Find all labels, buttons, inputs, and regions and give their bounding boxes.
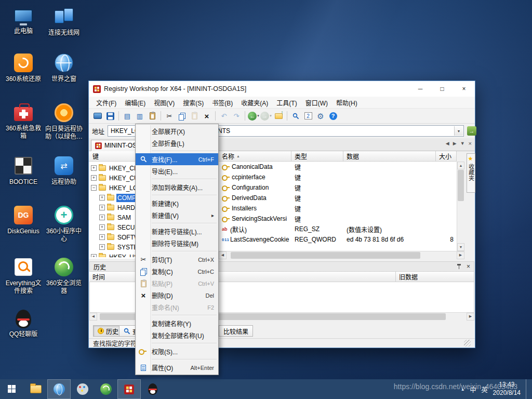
view-clipboard-button[interactable]	[146, 110, 158, 122]
history-close-icon[interactable]: ×	[467, 263, 470, 270]
menubar-item[interactable]: 收藏夹(A)	[237, 97, 272, 108]
expander-icon[interactable]: +	[99, 244, 105, 250]
back-button[interactable]: ←▾	[247, 110, 260, 122]
taskbar-app-world-window[interactable]	[47, 379, 71, 399]
view-tree-button[interactable]: ▤	[121, 110, 134, 122]
find-button[interactable]	[289, 110, 302, 122]
context-menu-item[interactable]: 复制键名称(Y)	[136, 317, 218, 329]
menubar-item[interactable]: 工具(T)	[272, 97, 301, 108]
menubar-item[interactable]: 窗口(W)	[301, 97, 332, 108]
expander-icon[interactable]: +	[99, 234, 105, 240]
bottom-tab-2[interactable]: 比较结果	[219, 325, 253, 337]
desktop-icon-browser-360[interactable]: 360安全浏览器	[44, 256, 84, 295]
desktop-icon-qq[interactable]: QQ轻聊版	[3, 308, 44, 338]
column-header-1[interactable]: 类型	[291, 151, 343, 162]
compare-button[interactable]: 2	[302, 110, 314, 122]
taskbar-app-registry-workshop[interactable]	[117, 379, 141, 399]
context-menu-item[interactable]: 新建键(K)	[136, 197, 218, 209]
pin-icon[interactable]	[457, 264, 461, 270]
context-menu-item[interactable]: ✂剪切(T)Ctrl+X	[136, 254, 218, 265]
scroll-left-icon[interactable]: ◀	[89, 313, 97, 321]
context-menu-item[interactable]: 全部折叠(L)	[136, 137, 218, 149]
expander-icon[interactable]: +	[99, 195, 105, 201]
scroll-right-icon[interactable]: ▶	[467, 313, 474, 321]
context-menu-item[interactable]: 权限(S)...	[136, 345, 218, 357]
desktop-icon-sunflower[interactable]: 向日葵远程协助（以绿色…	[44, 102, 84, 141]
window-titlebar[interactable]: Registry Workshop for X64 - [MININT-OSDG…	[89, 81, 475, 97]
forward-button[interactable]: →▾	[260, 110, 272, 122]
desktop-icon-this-pc[interactable]: 此电脑	[3, 5, 44, 35]
show-desktop-button[interactable]	[526, 379, 529, 399]
expander-icon[interactable]: −	[91, 185, 97, 191]
menubar-item[interactable]: 编辑(E)	[121, 97, 150, 108]
expander-icon[interactable]: +	[99, 205, 105, 210]
context-menu-item[interactable]: 属性(O)Alt+Enter	[136, 362, 218, 374]
expander-icon[interactable]: +	[91, 175, 97, 181]
desktop-icon-diskgenius[interactable]: DGDiskGenius	[3, 204, 44, 235]
menubar-item[interactable]: 帮助(H)	[332, 97, 362, 108]
redo-button[interactable]: ↷	[230, 110, 243, 122]
tab-scroll-left-icon[interactable]: ◀	[446, 141, 449, 146]
undo-button[interactable]: ↶	[218, 110, 230, 122]
resize-grip[interactable]	[464, 340, 471, 347]
scrollbar-thumb[interactable]	[231, 252, 420, 259]
scroll-down-icon[interactable]: ▼	[457, 243, 464, 251]
copy-button[interactable]	[176, 110, 188, 122]
context-menu-item[interactable]: ×删除(D)Del	[136, 289, 218, 301]
value-list-row[interactable]: Installers键	[219, 203, 457, 214]
paste-button[interactable]	[188, 110, 201, 122]
column-header-3[interactable]: 大小	[436, 151, 457, 162]
context-menu-item[interactable]: 复制(C)Ctrl+C	[136, 265, 218, 277]
context-menu-item[interactable]: 添加到收藏夹(A)...	[136, 181, 218, 193]
context-menu-item[interactable]: 删除符号链接(M)	[136, 237, 218, 249]
context-menu-item[interactable]: 复制全部键名称(U)	[136, 329, 218, 341]
scroll-left-icon[interactable]: ◀	[219, 251, 227, 259]
minimize-button[interactable]: ─	[409, 81, 431, 97]
tab-scroll-right-icon[interactable]: ▶	[453, 141, 457, 146]
taskbar-app-browser-360[interactable]	[94, 379, 117, 399]
value-list-row[interactable]: ccpinterface键	[219, 172, 457, 182]
start-button[interactable]	[0, 379, 24, 399]
desktop-icon-everything[interactable]: Everything文件搜索	[3, 256, 44, 295]
context-menu-item[interactable]: 全部展开(X)	[136, 125, 218, 137]
desktop-icon-world-window[interactable]: 世界之窗	[44, 52, 84, 83]
desktop-icon-bootice[interactable]: BOOTICE	[3, 155, 44, 186]
context-menu-item[interactable]: 重命名(N)F2	[136, 301, 218, 313]
expander-icon[interactable]: +	[91, 254, 97, 257]
menubar-item[interactable]: 书签(B)	[208, 97, 237, 108]
menubar-item[interactable]: 视图(V)	[150, 97, 179, 108]
desktop-icon-firstaid-360[interactable]: 360系统急救箱	[3, 102, 44, 140]
menubar-item[interactable]: 文件(F)	[92, 97, 121, 108]
go-button[interactable]: →	[467, 126, 476, 136]
column-header-2[interactable]: 数据	[343, 151, 436, 162]
context-menu-item[interactable]: 导出(E)...	[136, 165, 218, 177]
context-menu-item[interactable]: 新建值(V)▸	[136, 209, 218, 221]
list-vertical-scrollbar[interactable]: ▲ ▼	[457, 162, 464, 251]
view-list-button[interactable]: ▥	[134, 110, 146, 122]
history-column-olddata[interactable]: 旧数据	[396, 272, 474, 282]
value-list-row[interactable]: ab(默认)REG_SZ(数值未设置)	[219, 224, 457, 234]
list-horizontal-scrollbar[interactable]: ◀ ▶	[219, 251, 464, 259]
cut-button[interactable]: ✂	[163, 110, 176, 122]
value-list-row[interactable]: CanonicalData键	[219, 162, 457, 172]
desktop-icon-wireless[interactable]: 连接无线网	[44, 5, 84, 37]
tab-list-icon[interactable]: ▼	[460, 141, 465, 146]
taskbar-app-explorer[interactable]	[24, 379, 47, 399]
save-button[interactable]	[104, 110, 116, 122]
context-menu-item[interactable]: 新建符号链接(L)...	[136, 225, 218, 237]
desktop-icon-miniapp-360[interactable]: +360小程序中心	[44, 204, 84, 243]
settings-button[interactable]: ⚙	[314, 110, 327, 122]
expander-icon[interactable]: +	[91, 165, 97, 171]
context-menu-item[interactable]: 查找(F)...Ctrl+F	[136, 153, 218, 165]
delete-button[interactable]: ×	[201, 110, 213, 122]
value-list-row[interactable]: DerivedData键	[219, 193, 457, 203]
column-header-0[interactable]: 名称▲	[219, 151, 291, 162]
scroll-right-icon[interactable]: ▶	[457, 251, 464, 259]
expander-icon[interactable]: +	[99, 224, 105, 230]
value-list-row[interactable]: ServicingStackVersi键	[219, 214, 457, 224]
up-button[interactable]	[272, 110, 285, 122]
value-list-row[interactable]: 011LastScavengeCookieREG_QWORDed 4b 73 8…	[219, 234, 457, 245]
menubar-item[interactable]: 搜索(S)	[179, 97, 208, 108]
scrollbar-thumb[interactable]	[458, 170, 464, 201]
maximize-button[interactable]: □	[431, 81, 453, 97]
